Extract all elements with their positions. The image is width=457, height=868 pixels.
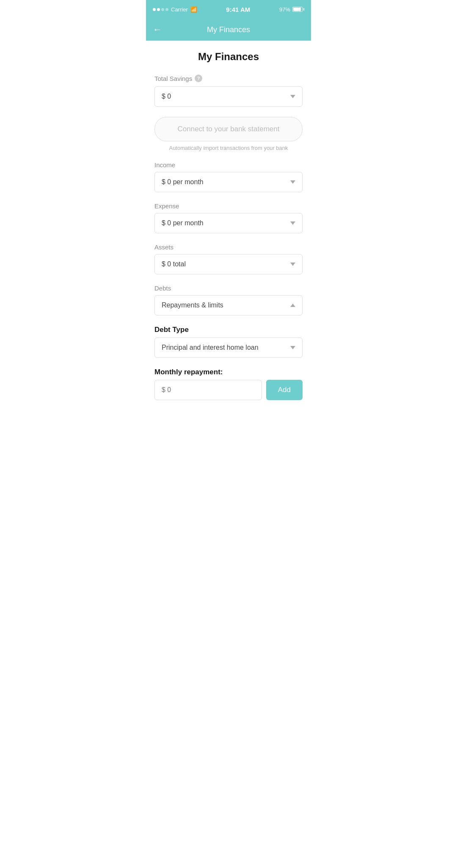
assets-chevron-icon [290, 263, 295, 266]
main-content: My Finances Total Savings ? $ 0 Connect … [146, 41, 311, 417]
repayment-row: Add [154, 380, 303, 400]
expense-label: Expense [154, 202, 303, 210]
debt-type-value: Principal and interest home loan [162, 344, 259, 351]
signal-icon [153, 8, 168, 11]
bank-connect-subtitle: Automatically import transactions from y… [154, 145, 303, 151]
page-title: My Finances [154, 51, 303, 63]
bank-connect-button[interactable]: Connect to your bank statement [154, 117, 303, 141]
expense-dropdown[interactable]: $ 0 per month [154, 213, 303, 233]
battery-icon [292, 7, 304, 12]
assets-dropdown[interactable]: $ 0 total [154, 254, 303, 274]
expense-value: $ 0 per month [162, 219, 204, 227]
assets-value: $ 0 total [162, 260, 186, 268]
status-bar-right: 97% [279, 6, 304, 13]
debt-type-dropdown[interactable]: Principal and interest home loan [154, 337, 303, 358]
income-label: Income [154, 161, 303, 169]
debts-label: Debts [154, 285, 303, 292]
debt-type-chevron-icon [290, 346, 295, 349]
debt-type-label: Debt Type [154, 326, 303, 334]
income-value: $ 0 per month [162, 178, 204, 186]
wifi-icon: 📶 [190, 6, 197, 13]
status-bar-left: Carrier 📶 [153, 6, 197, 13]
total-savings-help-icon[interactable]: ? [195, 75, 202, 82]
assets-label: Assets [154, 243, 303, 251]
carrier-label: Carrier [171, 6, 188, 13]
status-time: 9:41 AM [226, 6, 250, 13]
monthly-repayment-input[interactable] [154, 380, 262, 400]
bank-connect-section: Connect to your bank statement Automatic… [154, 117, 303, 151]
nav-bar: ← My Finances [146, 19, 311, 41]
expense-chevron-icon [290, 221, 295, 225]
income-chevron-icon [290, 180, 295, 184]
status-bar: Carrier 📶 9:41 AM 97% [146, 0, 311, 19]
debts-value: Repayments & limits [162, 301, 223, 309]
back-button[interactable]: ← [153, 24, 162, 35]
total-savings-label: Total Savings ? [154, 75, 303, 82]
income-dropdown[interactable]: $ 0 per month [154, 172, 303, 192]
debts-chevron-icon [290, 304, 295, 307]
battery-percent: 97% [279, 6, 290, 13]
monthly-repayment-label: Monthly repayment: [154, 368, 303, 376]
total-savings-chevron-icon [290, 95, 295, 98]
add-button[interactable]: Add [266, 380, 303, 400]
debts-dropdown[interactable]: Repayments & limits [154, 295, 303, 315]
total-savings-value: $ 0 [162, 93, 171, 100]
nav-title: My Finances [207, 25, 250, 34]
total-savings-dropdown[interactable]: $ 0 [154, 86, 303, 107]
